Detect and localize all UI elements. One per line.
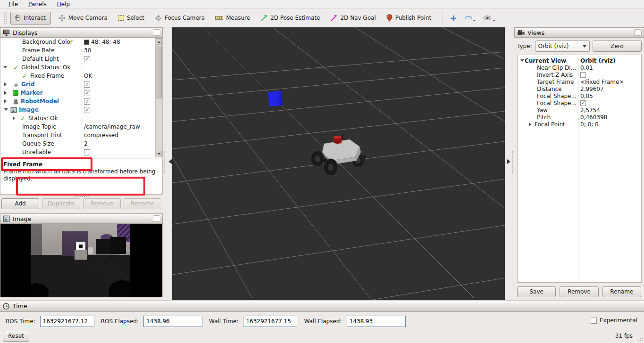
experimental-checkbox[interactable] bbox=[591, 318, 597, 324]
status-row[interactable]: Status: Ok bbox=[0, 114, 162, 122]
tool-label: 2D Pose Estimate bbox=[270, 15, 320, 21]
property-row[interactable]: Transport Hint compressed bbox=[0, 131, 162, 139]
checkbox-checked[interactable] bbox=[84, 107, 90, 113]
display-row-marker[interactable]: Marker bbox=[0, 89, 162, 97]
column-divider[interactable] bbox=[578, 55, 578, 282]
checkbox-checked[interactable] bbox=[580, 100, 586, 106]
panel-splitter[interactable] bbox=[505, 27, 514, 300]
checkbox-checked[interactable] bbox=[84, 82, 90, 88]
reset-button[interactable]: Reset bbox=[3, 331, 29, 342]
expand-arrow-icon[interactable] bbox=[4, 108, 8, 113]
expand-arrow-icon[interactable] bbox=[13, 116, 17, 120]
remove-view-button[interactable]: Remove bbox=[560, 286, 598, 297]
expand-arrow-icon[interactable] bbox=[4, 99, 8, 103]
panel-float-button[interactable] bbox=[153, 29, 160, 36]
property-label: Invert Z Axis bbox=[537, 72, 573, 78]
view-row[interactable]: Focal Shape... bbox=[518, 99, 641, 106]
property-row[interactable]: Image Topic /camera/image_raw bbox=[0, 122, 162, 131]
chevron-down-icon[interactable] bbox=[493, 20, 495, 23]
remove-button[interactable]: Remove bbox=[83, 198, 121, 209]
view-type-dropdown[interactable]: Orbit (rviz) bbox=[535, 41, 590, 52]
add-button[interactable]: Add bbox=[1, 198, 39, 209]
time-panel-header[interactable]: Time bbox=[0, 301, 644, 312]
wall-elapsed-field[interactable] bbox=[347, 316, 406, 327]
expand-arrow-icon[interactable] bbox=[4, 91, 8, 95]
panel-float-button[interactable] bbox=[153, 215, 160, 222]
eye-visibility-icon[interactable] bbox=[483, 15, 492, 21]
expand-arrow-icon[interactable] bbox=[520, 59, 524, 64]
menu-file[interactable]: File bbox=[4, 0, 23, 8]
view-row[interactable]: Focal Point 0; 0; 0 bbox=[518, 121, 641, 128]
expand-arrow-icon[interactable] bbox=[529, 122, 533, 126]
interact-tool-button[interactable]: Interact bbox=[10, 12, 51, 24]
menu-help[interactable]: Help bbox=[52, 0, 75, 8]
display-row-image[interactable]: Image bbox=[0, 106, 162, 114]
menu-panels[interactable]: Panels bbox=[24, 0, 51, 8]
checkbox-checked[interactable] bbox=[84, 90, 90, 96]
property-row[interactable]: Frame Rate 30 bbox=[0, 46, 162, 55]
scrollbar-thumb[interactable] bbox=[156, 46, 162, 98]
save-button[interactable]: Save bbox=[517, 286, 556, 297]
view-row[interactable]: Invert Z Axis bbox=[518, 71, 641, 78]
panel-splitter[interactable] bbox=[163, 27, 172, 300]
view-row[interactable]: Focal Shape... 0,05 bbox=[518, 92, 641, 99]
focus-camera-tool-button[interactable]: Focus Camera bbox=[155, 15, 205, 22]
duplicate-button[interactable]: Duplicate bbox=[42, 198, 80, 209]
scroll-up-button[interactable] bbox=[156, 38, 162, 45]
zoom-in-icon[interactable]: + bbox=[450, 14, 457, 23]
pose-estimate-tool-button[interactable]: 2D Pose Estimate bbox=[260, 15, 320, 22]
checkbox-unchecked[interactable] bbox=[84, 149, 90, 155]
map-pin-icon bbox=[386, 14, 393, 22]
checkbox-checked[interactable] bbox=[84, 98, 90, 105]
tool-label: Focus Camera bbox=[165, 15, 205, 21]
move-camera-tool-button[interactable]: Move Camera bbox=[59, 15, 108, 22]
view-row[interactable]: Pitch 0,460398 bbox=[518, 114, 641, 121]
view-row[interactable]: Current View Orbit (rviz) bbox=[518, 57, 641, 64]
chevron-down-icon[interactable] bbox=[473, 20, 476, 23]
select-tool-button[interactable]: Select bbox=[118, 15, 144, 21]
view-row[interactable]: Near Clip Di... 0,01 bbox=[518, 64, 641, 71]
camera-feed-image bbox=[0, 224, 163, 297]
robot-icon bbox=[13, 98, 19, 105]
ros-time-field[interactable] bbox=[40, 316, 94, 327]
displays-panel-header[interactable]: Displays bbox=[0, 27, 163, 38]
status-row[interactable]: Global Status: Ok bbox=[0, 63, 162, 72]
display-row-robotmodel[interactable]: RobotModel bbox=[0, 97, 162, 106]
display-row-grid[interactable]: ◈Grid bbox=[0, 80, 162, 89]
display-name: Marker bbox=[20, 90, 43, 96]
view-row[interactable]: Target Frame <Fixed Frame> bbox=[518, 78, 641, 85]
zoom-out-icon[interactable] bbox=[465, 16, 472, 19]
checkbox-unchecked[interactable] bbox=[580, 72, 586, 78]
status-row[interactable]: Fixed Frame OK bbox=[0, 72, 162, 80]
nav-goal-tool-button[interactable]: 2D Nav Goal bbox=[330, 15, 376, 22]
panel-float-button[interactable] bbox=[634, 29, 642, 36]
splitter-grip[interactable] bbox=[0, 195, 163, 198]
property-row[interactable]: Queue Size 2 bbox=[0, 139, 162, 148]
resize-grip[interactable] bbox=[638, 337, 643, 342]
views-panel-header[interactable]: Views bbox=[514, 27, 644, 38]
3d-viewport[interactable] bbox=[172, 27, 505, 300]
expand-arrow-icon[interactable] bbox=[3, 66, 7, 70]
scroll-down-button[interactable] bbox=[156, 151, 162, 157]
view-row[interactable]: Distance 2,99607 bbox=[518, 85, 641, 92]
toolbar-grip[interactable] bbox=[4, 12, 7, 24]
collapse-left-icon[interactable] bbox=[166, 159, 172, 164]
rename-view-button[interactable]: Rename bbox=[602, 286, 641, 297]
measure-tool-button[interactable]: Measure bbox=[215, 15, 250, 21]
property-row[interactable]: Unreliable bbox=[0, 148, 162, 156]
chevron-down-icon bbox=[583, 45, 586, 49]
ros-elapsed-field[interactable] bbox=[143, 316, 202, 327]
publish-point-tool-button[interactable]: Publish Point bbox=[386, 14, 431, 22]
image-panel-header[interactable]: Image bbox=[0, 213, 163, 224]
main-area: Displays Background Color 48; 48; 48 Fra… bbox=[0, 27, 644, 300]
rename-button[interactable]: Rename bbox=[124, 198, 161, 209]
property-row[interactable]: Background Color 48; 48; 48 bbox=[0, 38, 162, 46]
view-row[interactable]: Yaw 2,5754 bbox=[518, 106, 641, 114]
expand-arrow-icon[interactable] bbox=[4, 82, 8, 86]
wall-time-field[interactable] bbox=[243, 316, 297, 327]
checkbox-checked[interactable] bbox=[84, 56, 90, 62]
zero-button[interactable]: Zero bbox=[593, 41, 642, 52]
wall-elapsed-label: Wall Elapsed: bbox=[304, 318, 342, 325]
property-row[interactable]: Default Light bbox=[0, 55, 162, 63]
ar-tag-marker bbox=[76, 242, 85, 251]
